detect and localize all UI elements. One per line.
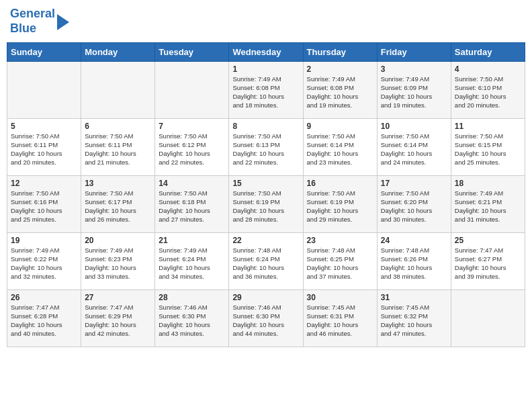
day-number: 14: [159, 179, 225, 188]
day-info: Sunrise: 7:50 AM Sunset: 6:11 PM Dayligh…: [11, 132, 77, 167]
calendar-day-cell: 9Sunrise: 7:50 AM Sunset: 6:14 PM Daylig…: [303, 119, 377, 176]
day-number: 12: [11, 179, 77, 188]
calendar-day-cell: 3Sunrise: 7:49 AM Sunset: 6:09 PM Daylig…: [377, 62, 451, 119]
day-number: 17: [381, 179, 447, 188]
calendar-day-cell: 13Sunrise: 7:50 AM Sunset: 6:17 PM Dayli…: [81, 176, 155, 233]
day-info: Sunrise: 7:50 AM Sunset: 6:18 PM Dayligh…: [159, 189, 225, 224]
calendar-day-cell: 27Sunrise: 7:47 AM Sunset: 6:29 PM Dayli…: [81, 290, 155, 347]
calendar-day-cell: 2Sunrise: 7:49 AM Sunset: 6:08 PM Daylig…: [303, 62, 377, 119]
day-info: Sunrise: 7:45 AM Sunset: 6:31 PM Dayligh…: [307, 304, 373, 338]
calendar-day-cell: 7Sunrise: 7:50 AM Sunset: 6:12 PM Daylig…: [155, 119, 229, 176]
day-number: 26: [11, 293, 77, 302]
day-info: Sunrise: 7:50 AM Sunset: 6:19 PM Dayligh…: [232, 189, 299, 224]
day-info: Sunrise: 7:48 AM Sunset: 6:26 PM Dayligh…: [381, 246, 447, 281]
day-info: Sunrise: 7:50 AM Sunset: 6:14 PM Dayligh…: [307, 132, 373, 167]
day-number: 4: [455, 64, 521, 74]
calendar-day-cell: 22Sunrise: 7:48 AM Sunset: 6:24 PM Dayli…: [229, 233, 303, 290]
day-number: 16: [307, 179, 373, 188]
day-info: Sunrise: 7:49 AM Sunset: 6:22 PM Dayligh…: [11, 246, 77, 281]
day-number: 5: [11, 122, 77, 131]
day-number: 1: [232, 64, 299, 74]
calendar-day-cell: 28Sunrise: 7:46 AM Sunset: 6:30 PM Dayli…: [155, 290, 229, 347]
calendar-day-cell: 17Sunrise: 7:50 AM Sunset: 6:20 PM Dayli…: [377, 176, 451, 233]
day-info: Sunrise: 7:45 AM Sunset: 6:32 PM Dayligh…: [381, 304, 447, 338]
day-info: Sunrise: 7:49 AM Sunset: 6:23 PM Dayligh…: [85, 246, 151, 281]
day-number: 9: [307, 122, 373, 131]
day-number: 21: [159, 236, 225, 245]
calendar-day-cell: 23Sunrise: 7:48 AM Sunset: 6:25 PM Dayli…: [303, 233, 377, 290]
day-number: 18: [455, 179, 521, 188]
calendar-day-cell: 20Sunrise: 7:49 AM Sunset: 6:23 PM Dayli…: [81, 233, 155, 290]
calendar-week-row: 26Sunrise: 7:47 AM Sunset: 6:28 PM Dayli…: [7, 290, 525, 347]
calendar-day-cell: 11Sunrise: 7:50 AM Sunset: 6:15 PM Dayli…: [451, 119, 525, 176]
day-number: 13: [85, 179, 151, 188]
logo-general: General: [10, 7, 55, 20]
calendar-day-cell: [451, 290, 525, 347]
logo-arrow-icon: [57, 14, 69, 30]
calendar-day-cell: 1Sunrise: 7:49 AM Sunset: 6:08 PM Daylig…: [229, 62, 303, 119]
day-number: 30: [307, 293, 373, 302]
logo-blue: Blue: [10, 21, 36, 35]
day-info: Sunrise: 7:50 AM Sunset: 6:17 PM Dayligh…: [85, 189, 151, 224]
calendar-header-row: SundayMondayTuesdayWednesdayThursdayFrid…: [7, 43, 525, 62]
logo: General Blue: [10, 7, 69, 36]
day-of-week-header: Tuesday: [155, 43, 229, 62]
day-info: Sunrise: 7:50 AM Sunset: 6:13 PM Dayligh…: [232, 132, 299, 167]
day-number: 2: [307, 64, 373, 74]
day-number: 29: [232, 293, 299, 302]
day-info: Sunrise: 7:49 AM Sunset: 6:08 PM Dayligh…: [307, 75, 373, 109]
calendar-day-cell: 15Sunrise: 7:50 AM Sunset: 6:19 PM Dayli…: [229, 176, 303, 233]
calendar-day-cell: 30Sunrise: 7:45 AM Sunset: 6:31 PM Dayli…: [303, 290, 377, 347]
calendar-table: SundayMondayTuesdayWednesdayThursdayFrid…: [7, 42, 525, 347]
day-info: Sunrise: 7:47 AM Sunset: 6:29 PM Dayligh…: [85, 304, 151, 338]
day-number: 6: [85, 122, 151, 131]
calendar-day-cell: 12Sunrise: 7:50 AM Sunset: 6:16 PM Dayli…: [7, 176, 81, 233]
day-info: Sunrise: 7:50 AM Sunset: 6:11 PM Dayligh…: [85, 132, 151, 167]
day-info: Sunrise: 7:47 AM Sunset: 6:27 PM Dayligh…: [455, 246, 521, 281]
calendar-day-cell: [81, 62, 155, 119]
day-info: Sunrise: 7:49 AM Sunset: 6:21 PM Dayligh…: [455, 189, 521, 224]
day-number: 15: [232, 179, 299, 188]
day-number: 27: [85, 293, 151, 302]
day-info: Sunrise: 7:50 AM Sunset: 6:15 PM Dayligh…: [455, 132, 521, 167]
day-number: 25: [455, 236, 521, 245]
calendar-day-cell: 24Sunrise: 7:48 AM Sunset: 6:26 PM Dayli…: [377, 233, 451, 290]
calendar-day-cell: 14Sunrise: 7:50 AM Sunset: 6:18 PM Dayli…: [155, 176, 229, 233]
calendar-week-row: 5Sunrise: 7:50 AM Sunset: 6:11 PM Daylig…: [7, 119, 525, 176]
day-number: 8: [232, 122, 299, 131]
day-number: 10: [381, 122, 447, 131]
logo-text: General Blue: [10, 7, 55, 36]
day-info: Sunrise: 7:48 AM Sunset: 6:25 PM Dayligh…: [307, 246, 373, 281]
calendar-day-cell: 5Sunrise: 7:50 AM Sunset: 6:11 PM Daylig…: [7, 119, 81, 176]
day-info: Sunrise: 7:48 AM Sunset: 6:24 PM Dayligh…: [232, 246, 299, 281]
page-header: General Blue: [7, 7, 525, 36]
calendar-day-cell: 29Sunrise: 7:46 AM Sunset: 6:30 PM Dayli…: [229, 290, 303, 347]
day-of-week-header: Sunday: [7, 43, 81, 62]
calendar-day-cell: [155, 62, 229, 119]
calendar-day-cell: 4Sunrise: 7:50 AM Sunset: 6:10 PM Daylig…: [451, 62, 525, 119]
day-number: 19: [11, 236, 77, 245]
day-info: Sunrise: 7:47 AM Sunset: 6:28 PM Dayligh…: [11, 304, 77, 338]
day-info: Sunrise: 7:50 AM Sunset: 6:20 PM Dayligh…: [381, 189, 447, 224]
day-of-week-header: Saturday: [451, 43, 525, 62]
calendar-day-cell: 18Sunrise: 7:49 AM Sunset: 6:21 PM Dayli…: [451, 176, 525, 233]
calendar-day-cell: 31Sunrise: 7:45 AM Sunset: 6:32 PM Dayli…: [377, 290, 451, 347]
day-of-week-header: Wednesday: [229, 43, 303, 62]
day-info: Sunrise: 7:49 AM Sunset: 6:09 PM Dayligh…: [381, 75, 447, 109]
day-info: Sunrise: 7:49 AM Sunset: 6:08 PM Dayligh…: [232, 75, 299, 109]
day-info: Sunrise: 7:50 AM Sunset: 6:12 PM Dayligh…: [159, 132, 225, 167]
calendar-day-cell: 8Sunrise: 7:50 AM Sunset: 6:13 PM Daylig…: [229, 119, 303, 176]
calendar-week-row: 12Sunrise: 7:50 AM Sunset: 6:16 PM Dayli…: [7, 176, 525, 233]
day-number: 28: [159, 293, 225, 302]
day-info: Sunrise: 7:50 AM Sunset: 6:19 PM Dayligh…: [307, 189, 373, 224]
day-info: Sunrise: 7:46 AM Sunset: 6:30 PM Dayligh…: [232, 304, 299, 338]
calendar-day-cell: 10Sunrise: 7:50 AM Sunset: 6:14 PM Dayli…: [377, 119, 451, 176]
day-of-week-header: Monday: [81, 43, 155, 62]
day-info: Sunrise: 7:50 AM Sunset: 6:10 PM Dayligh…: [455, 75, 521, 109]
day-info: Sunrise: 7:49 AM Sunset: 6:24 PM Dayligh…: [159, 246, 225, 281]
day-number: 7: [159, 122, 225, 131]
day-of-week-header: Friday: [377, 43, 451, 62]
calendar-day-cell: 6Sunrise: 7:50 AM Sunset: 6:11 PM Daylig…: [81, 119, 155, 176]
day-number: 22: [232, 236, 299, 245]
calendar-week-row: 19Sunrise: 7:49 AM Sunset: 6:22 PM Dayli…: [7, 233, 525, 290]
